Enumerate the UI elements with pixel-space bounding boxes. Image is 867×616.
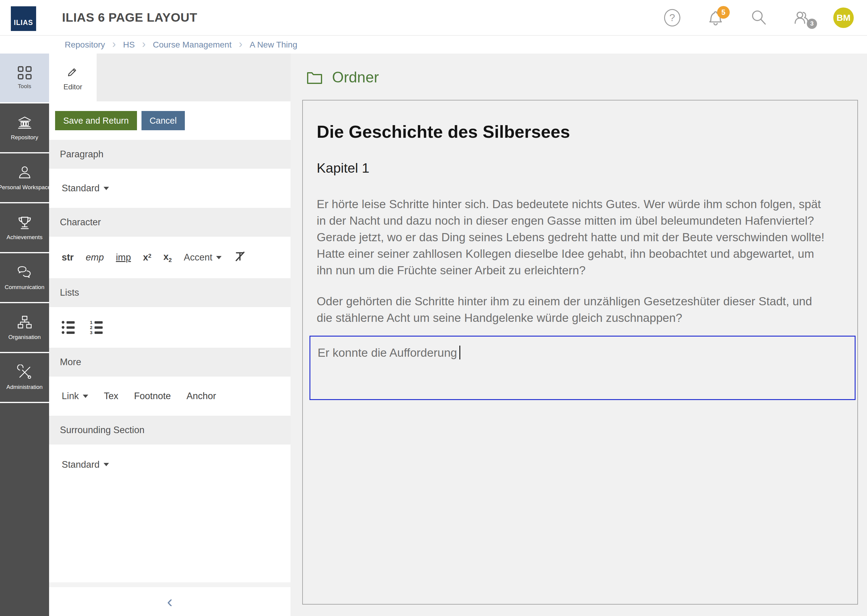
chapter-heading[interactable]: Kapitel 1 [317, 160, 828, 176]
save-and-return-button[interactable]: Save and Return [55, 111, 137, 130]
edit-text[interactable]: Er konnte die Aufforderung [318, 346, 457, 359]
panel-tabstrip: Editor [49, 53, 290, 101]
section-paragraph-header: Paragraph [49, 140, 290, 169]
cancel-button[interactable]: Cancel [142, 111, 185, 130]
link-dropdown[interactable]: Link [62, 391, 88, 402]
breadcrumb-separator-icon: › [239, 38, 242, 50]
bullet-list-button[interactable] [62, 321, 75, 335]
numbered-list-button[interactable]: 1 2 3 [89, 321, 102, 335]
ol-number: 3 [89, 331, 92, 335]
chevron-down-icon [104, 187, 109, 190]
sidebar-item-organisation[interactable]: Organisation [0, 303, 49, 353]
ol-number: 1 [89, 321, 92, 324]
anchor-button[interactable]: Anchor [187, 391, 216, 402]
folder-icon [306, 70, 323, 85]
section-surrounding-header: Surrounding Section [49, 416, 290, 445]
footnote-button[interactable]: Footnote [134, 391, 171, 402]
pencil-icon [65, 64, 80, 79]
sidebar-item-achievements[interactable]: Achievements [0, 203, 49, 253]
wrench-screwdriver-icon [17, 365, 33, 380]
section-more-header: More [49, 348, 290, 377]
section-character-header: Character [49, 208, 290, 237]
panel-divider [49, 582, 290, 587]
org-chart-icon [17, 314, 33, 330]
tex-button[interactable]: Tex [104, 391, 118, 402]
collapse-panel-button[interactable]: ‹ [167, 593, 173, 610]
section-lists-header: Lists [49, 278, 290, 307]
contacts-button[interactable]: 3 [793, 9, 811, 27]
chevron-down-icon [83, 394, 88, 398]
breadcrumb-course-management[interactable]: Course Management [153, 40, 232, 50]
page-editor-canvas[interactable]: Die Geschichte des Silbersees Kapitel 1 … [302, 100, 858, 605]
paragraph-style-value: Standard [62, 183, 100, 194]
accent-dropdown[interactable]: Accent [184, 252, 222, 263]
sidebar-item-communication[interactable]: Communication [0, 253, 49, 303]
trophy-icon [17, 215, 33, 230]
sidebar-item-label: Administration [6, 384, 43, 390]
strong-button[interactable]: str [62, 252, 74, 263]
notification-badge: 5 [717, 6, 730, 19]
sidebar-item-label: Communication [5, 284, 44, 291]
header: ILIAS ILIAS 6 PAGE LAYOUT ? 5 3 [0, 0, 867, 36]
section-paragraph-row: Standard [49, 169, 290, 208]
sidebar-item-label: Organisation [8, 334, 41, 341]
ol-number: 2 [89, 326, 92, 329]
chevron-down-icon [104, 463, 109, 466]
clear-format-button[interactable] [233, 250, 246, 265]
chat-bubbles-icon [17, 265, 33, 280]
help-button[interactable]: ? [664, 9, 681, 27]
panel-fill [49, 484, 290, 582]
sidebar-item-tools[interactable]: Tools [0, 53, 49, 104]
main-content: Ordner Die Geschichte des Silbersees Kap… [290, 53, 867, 616]
sidebar-item-personal-workspace[interactable]: Personal Workspace [0, 153, 49, 203]
clear-format-icon [233, 250, 246, 262]
help-icon: ? [664, 9, 680, 27]
surrounding-style-dropdown[interactable]: Standard [62, 459, 109, 470]
sup-base: x [143, 252, 148, 262]
paragraph-style-dropdown[interactable]: Standard [62, 183, 109, 194]
sidebar-item-label: Achievements [6, 234, 43, 240]
repository-icon [17, 115, 33, 130]
object-header: Ordner [306, 69, 867, 86]
story-title[interactable]: Die Geschichte des Silbersees [317, 121, 828, 141]
ilias-logo[interactable]: ILIAS [11, 6, 36, 31]
important-button[interactable]: imp [116, 252, 131, 263]
sidebar-item-label: Personal Workspace [0, 184, 51, 191]
section-surrounding-row: Standard [49, 445, 290, 484]
story-paragraph-1[interactable]: Er hörte leise Schritte hinter sich. Das… [317, 196, 828, 278]
avatar[interactable]: BM [833, 8, 854, 28]
sub-mark: 2 [169, 257, 172, 263]
object-title: Ordner [332, 69, 379, 86]
breadcrumb-a-new-thing[interactable]: A New Thing [249, 40, 297, 50]
subscript-button[interactable]: x2 [164, 251, 172, 264]
panel-footer: ‹ [49, 587, 290, 616]
search-button[interactable] [750, 9, 768, 27]
sidebar-item-repository[interactable]: Repository [0, 104, 49, 153]
contacts-badge: 3 [807, 19, 817, 29]
accent-label: Accent [184, 252, 213, 263]
breadcrumb-repository[interactable]: Repository [65, 40, 105, 50]
section-lists-row: 1 2 3 [49, 307, 290, 348]
notifications-button[interactable]: 5 [707, 9, 724, 27]
breadcrumb-separator-icon: › [112, 38, 116, 50]
sidebar-item-administration[interactable]: Administration [0, 353, 49, 403]
breadcrumb-separator-icon: › [142, 38, 146, 50]
tools-grid-icon [18, 66, 32, 79]
surrounding-style-value: Standard [62, 459, 100, 470]
page-title: ILIAS 6 PAGE LAYOUT [62, 11, 197, 25]
editor-panel: Editor Save and Return Cancel Paragraph … [49, 53, 290, 616]
story-paragraph-2[interactable]: Oder gehörten die Schritte hinter ihm zu… [317, 293, 828, 326]
breadcrumb-hs[interactable]: HS [123, 40, 135, 50]
emphasis-button[interactable]: emp [86, 252, 104, 263]
person-icon [17, 165, 33, 181]
tab-editor[interactable]: Editor [49, 53, 97, 101]
search-icon [750, 9, 768, 27]
header-icons: ? 5 3 BM [638, 8, 854, 28]
main-bar: Tools Repository Personal Workspace [0, 53, 49, 616]
sub-base: x [164, 251, 169, 262]
text-cursor [459, 346, 460, 360]
superscript-button[interactable]: x2 [143, 252, 151, 263]
editor-toolbar: Save and Return Cancel [49, 101, 290, 140]
breadcrumb: Repository › HS › Course Management › A … [0, 36, 867, 53]
active-edit-area[interactable]: Er konnte die Aufforderung [309, 336, 856, 400]
